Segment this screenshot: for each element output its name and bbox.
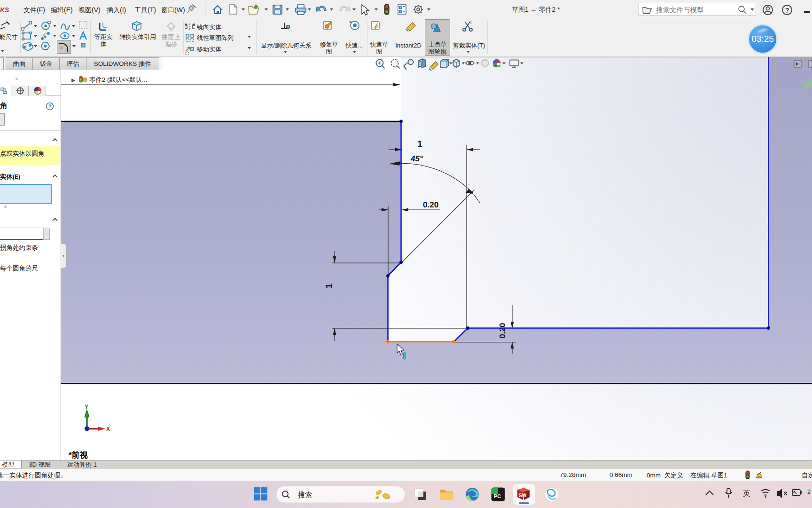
svg-text:?: ? — [785, 6, 789, 14]
svg-text:0.20: 0.20 — [498, 323, 507, 338]
svg-text:1: 1 — [417, 139, 422, 149]
svg-text:2: 2 — [807, 488, 811, 495]
svg-text:Y: Y — [85, 404, 88, 410]
svg-text:45°: 45° — [410, 154, 423, 163]
svg-text:SW: SW — [519, 493, 527, 498]
svg-text:*前视: *前视 — [69, 451, 88, 460]
svg-text:英: 英 — [743, 489, 750, 497]
svg-text:1: 1 — [324, 283, 334, 288]
svg-text:0.20: 0.20 — [423, 200, 438, 209]
svg-text:搜索: 搜索 — [298, 491, 312, 499]
svg-text:X: X — [106, 426, 110, 432]
svg-text:?: ? — [48, 103, 52, 109]
svg-text:PC: PC — [494, 493, 501, 499]
